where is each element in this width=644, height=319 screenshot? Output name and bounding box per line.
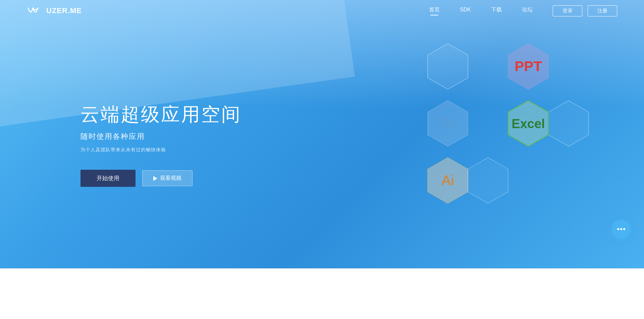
hero-desc: 为个人及团队带来从未有过的畅快体验 — [80, 147, 241, 153]
play-icon — [153, 176, 157, 181]
nav-sdk[interactable]: SDK — [460, 7, 471, 15]
svg-text:PPT: PPT — [515, 58, 542, 74]
logo-icon — [27, 6, 43, 15]
svg-marker-6 — [468, 158, 508, 203]
video-button-label: 观看视频 — [160, 175, 181, 182]
chat-bubble[interactable] — [612, 220, 631, 238]
svg-marker-0 — [428, 44, 468, 89]
video-button[interactable]: 观看视频 — [142, 170, 193, 186]
register-button[interactable]: 注册 — [588, 5, 617, 16]
hero-subtitle: 随时使用各种应用 — [80, 131, 241, 142]
hero-text-block: 云端超级应用空间 随时使用各种应用 为个人及团队带来从未有过的畅快体验 开始使用… — [80, 103, 241, 187]
hero-buttons: 开始使用 观看视频 — [80, 170, 241, 187]
svg-text:Excel: Excel — [512, 117, 545, 131]
nav-actions: 登录 注册 — [553, 5, 617, 16]
nav-download[interactable]: 下载 — [491, 6, 502, 15]
nav-home[interactable]: 首页 — [429, 6, 440, 15]
svg-marker-2 — [548, 101, 589, 146]
chat-dot-2 — [620, 228, 622, 230]
start-button[interactable]: 开始使用 — [80, 170, 136, 187]
hero-title: 云端超级应用空间 — [80, 103, 241, 125]
nav-forum[interactable]: 论坛 — [522, 6, 533, 15]
hex-grid: PPT Ps Excel Ai — [389, 21, 617, 263]
svg-text:Ai: Ai — [441, 172, 454, 188]
logo[interactable]: UZER.ME — [27, 6, 82, 15]
chat-dot-1 — [617, 228, 619, 230]
chat-dot-3 — [623, 228, 625, 230]
svg-text:Ps: Ps — [439, 115, 456, 131]
logo-text: UZER.ME — [46, 6, 82, 15]
hex-svg: PPT Ps Excel Ai — [389, 21, 617, 263]
login-button[interactable]: 登录 — [553, 5, 582, 16]
nav-links: 首页 SDK 下载 论坛 — [429, 6, 533, 15]
chat-dots — [617, 228, 625, 230]
hero-section: UZER.ME 首页 SDK 下载 论坛 登录 注册 云端超级应用空间 随时使用… — [0, 0, 644, 268]
navbar: UZER.ME 首页 SDK 下载 论坛 登录 注册 — [0, 0, 644, 21]
bottom-bar — [0, 268, 644, 319]
